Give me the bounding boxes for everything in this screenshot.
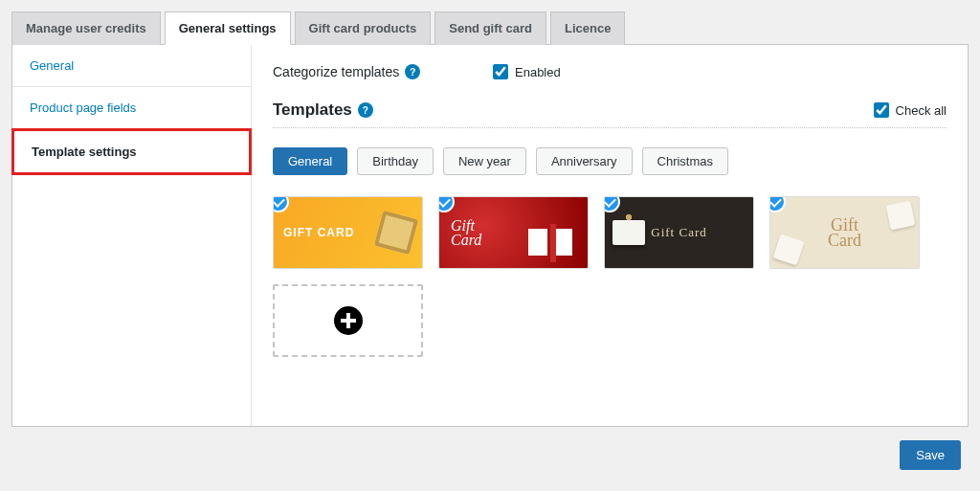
sidebar-item-template-settings[interactable]: Template settings <box>11 128 252 175</box>
category-new-year[interactable]: New year <box>443 147 526 175</box>
tab-send-gift-card[interactable]: Send gift card <box>434 11 546 45</box>
enabled-label: Enabled <box>515 65 561 79</box>
main-content: Categorize templates ? Enabled Templates… <box>252 45 968 426</box>
categorize-label-text: Categorize templates <box>273 64 399 79</box>
help-icon[interactable]: ? <box>405 64 420 79</box>
check-icon <box>604 196 620 212</box>
template-beige[interactable]: Gift Card <box>769 196 920 269</box>
check-all-label: Check all <box>896 103 947 118</box>
check-all-checkbox[interactable] <box>874 102 889 118</box>
tab-general-settings[interactable]: General settings <box>165 11 291 45</box>
templates-section-head: Templates ? Check all <box>273 100 947 128</box>
tab-gift-card-products[interactable]: Gift card products <box>295 11 432 45</box>
template-red[interactable]: Gift Card <box>438 196 589 269</box>
sidebar-item-product-page[interactable]: Product page fields <box>12 87 251 129</box>
category-anniversary[interactable]: Anniversary <box>536 147 633 175</box>
save-button[interactable]: Save <box>900 440 961 470</box>
templates-grid: GIFT CARD Gift Card Gift Card Gift Card <box>273 196 947 357</box>
template-text: Gift Card <box>828 217 861 248</box>
check-icon <box>769 196 786 212</box>
add-template-button[interactable] <box>273 284 423 357</box>
settings-panel: General Product page fields Template set… <box>11 44 969 427</box>
template-text: Gift Card <box>651 225 706 240</box>
templates-title-text: Templates <box>273 100 352 120</box>
template-black[interactable]: Gift Card <box>604 196 754 269</box>
enabled-checkbox[interactable] <box>493 64 508 79</box>
tab-manage-credits[interactable]: Manage user credits <box>11 11 161 45</box>
category-christmas[interactable]: Christmas <box>642 147 729 175</box>
enabled-checkbox-wrap[interactable]: Enabled <box>493 64 561 79</box>
top-tabs: Manage user credits General settings Gif… <box>11 11 969 45</box>
help-icon[interactable]: ? <box>358 102 373 118</box>
category-birthday[interactable]: Birthday <box>357 147 434 175</box>
check-icon <box>273 196 289 212</box>
plus-icon <box>334 306 363 335</box>
settings-sidebar: General Product page fields Template set… <box>12 45 252 426</box>
templates-title: Templates ? <box>273 100 373 120</box>
tab-licence[interactable]: Licence <box>550 11 625 45</box>
categorize-label: Categorize templates ? <box>273 64 493 79</box>
category-filters: General Birthday New year Anniversary Ch… <box>273 147 947 175</box>
template-yellow[interactable]: GIFT CARD <box>273 196 423 269</box>
categorize-row: Categorize templates ? Enabled <box>273 64 947 79</box>
footer: Save <box>11 427 969 472</box>
template-text: Gift Card <box>451 218 481 247</box>
check-icon <box>438 196 455 212</box>
sidebar-item-general[interactable]: General <box>12 45 251 87</box>
check-all-wrap[interactable]: Check all <box>874 102 947 118</box>
template-text: GIFT CARD <box>283 226 354 239</box>
category-general[interactable]: General <box>273 147 347 175</box>
